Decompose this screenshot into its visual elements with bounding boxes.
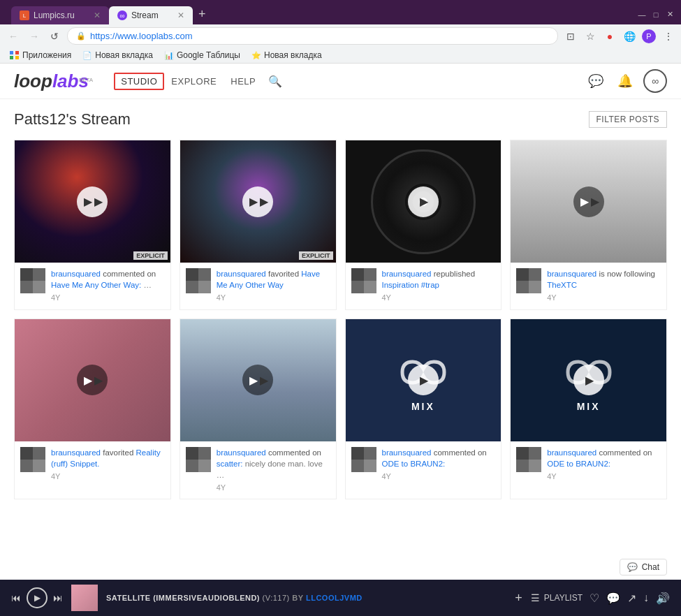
post-card-5[interactable]: ▶ braunsquared favorited Reality (ruff) … — [14, 318, 171, 500]
tabs-bar: L Lumpics.ru ✕ ∞ Stream ✕ + — [6, 4, 634, 24]
nav-search-button[interactable]: 🔍 — [263, 72, 288, 91]
share-icon[interactable]: ↗ — [627, 592, 636, 605]
play-button-7[interactable] — [408, 365, 439, 395]
bookmark-new-tab-2[interactable]: ⭐ Новая вкладка — [247, 49, 326, 61]
player-info: SATELLITE (IMMERSIVEAUDIOBLEND) (v:117) … — [106, 593, 506, 603]
play-button-6[interactable]: ▶ — [242, 365, 273, 395]
play-pause-button[interactable]: ▶ — [27, 587, 47, 608]
play-button-1[interactable]: ▶ — [77, 186, 108, 217]
post-card-1[interactable]: ▶ EXPLICIT braunsquared commented on Hav… — [14, 140, 171, 310]
play-button-4[interactable]: ▶ — [573, 186, 604, 217]
chat-bubble[interactable]: 💬 Chat — [620, 559, 667, 575]
post-text-7: braunsquared commented on ODE to BRAUN2:… — [382, 447, 496, 483]
post-card-8[interactable]: MIX braunsquared commented on ODE to BRA… — [510, 318, 667, 500]
post-info-5: braunsquared favorited Reality (ruff) Sn… — [15, 441, 170, 488]
player-right-controls: ☰ PLAYLIST ♡ 💬 ↗ ↓ 🔊 — [531, 592, 670, 605]
site-header: looplabs BETA STUDIO EXPLORE HELP 🔍 💬 🔔 … — [0, 64, 681, 99]
tab-lumpics-label: Lumpics.ru — [34, 10, 75, 20]
new-tab-button[interactable]: + — [193, 4, 212, 24]
download-icon[interactable]: ↓ — [643, 592, 649, 604]
profile-avatar[interactable]: P — [642, 29, 656, 43]
close-button[interactable]: ✕ — [664, 10, 675, 19]
bookmark-google-sheets[interactable]: 📊 Google Таблицы — [160, 49, 244, 61]
avatar-3 — [351, 268, 376, 293]
avatar-8 — [516, 447, 541, 472]
post-info-1: braunsquared commented on Have Me Any Ot… — [15, 263, 170, 309]
address-input[interactable]: 🔒 https://www.looplabs.com — [67, 27, 558, 45]
post-card-7[interactable]: MIX braunsquared commented on ODE to BRA… — [345, 318, 502, 500]
post-thumb-6: ▶ — [180, 319, 336, 441]
tab-lumpics[interactable]: L Lumpics.ru ✕ — [11, 6, 109, 24]
forward-button[interactable]: → — [27, 29, 42, 43]
post-text-3: braunsquared republished Inspiration #tr… — [382, 268, 496, 304]
minimize-button[interactable]: — — [636, 10, 647, 19]
tab-stream-close[interactable]: ✕ — [177, 10, 184, 20]
post-text-5: braunsquared favorited Reality (ruff) Sn… — [51, 447, 165, 483]
filter-posts-button[interactable]: FILTER POSTS — [589, 111, 667, 128]
post-thumb-3 — [346, 140, 501, 263]
like-icon[interactable]: ♡ — [590, 592, 599, 605]
bookmark-sheets-label: Google Таблицы — [177, 50, 240, 60]
tab-stream[interactable]: ∞ Stream ✕ — [109, 6, 193, 24]
page-content: looplabs BETA STUDIO EXPLORE HELP 🔍 💬 🔔 … — [0, 64, 681, 559]
volume-icon[interactable]: 🔊 — [656, 592, 670, 605]
prev-button[interactable]: ⏮ — [11, 592, 21, 603]
stream-container: Patts12's Stream FILTER POSTS ▶ EXPLICIT… — [0, 99, 681, 511]
play-icon: ▶ — [34, 593, 41, 603]
bookmark-new-tab-2-label: Новая вкладка — [264, 50, 322, 60]
logo-area: looplabs BETA — [14, 71, 100, 92]
maximize-button[interactable]: □ — [650, 10, 661, 19]
messages-icon[interactable]: 💬 — [585, 70, 607, 92]
beta-tag: BETA — [79, 77, 93, 83]
posts-grid: ▶ EXPLICIT braunsquared commented on Hav… — [14, 140, 667, 499]
avatar-6 — [186, 447, 211, 472]
menu-icon[interactable]: ⋮ — [661, 29, 675, 43]
bookmark-new-tab-1[interactable]: 📄 Новая вкладка — [78, 49, 157, 61]
next-button[interactable]: ⏭ — [53, 592, 63, 603]
post-thumb-2: ▶ EXPLICIT — [180, 140, 336, 263]
player-bar: ⏮ ▶ ⏭ SATELLITE (IMMERSIVEAUDIOBLEND) (v… — [0, 580, 681, 616]
post-text-8: braunsquared commented on ODE to BRAUN2:… — [547, 447, 661, 483]
chat-bubble-icon: 💬 — [627, 562, 638, 572]
bookmark-apps[interactable]: Приложения — [6, 49, 75, 61]
play-button-5[interactable]: ▶ — [77, 365, 108, 395]
profile-icon[interactable]: ∞ — [643, 69, 667, 93]
explicit-badge-1: EXPLICIT — [133, 251, 168, 260]
nav-explore[interactable]: EXPLORE — [164, 72, 224, 91]
play-button-3[interactable] — [408, 186, 439, 217]
nav-studio[interactable]: STUDIO — [114, 73, 164, 90]
post-text-2: braunsquared favorited Have Me Any Other… — [217, 268, 330, 304]
post-thumb-1: ▶ EXPLICIT — [15, 140, 170, 263]
bookmark-new-tab-1-label: Новая вкладка — [95, 50, 153, 60]
play-button-2[interactable]: ▶ — [242, 186, 273, 217]
post-card-3[interactable]: braunsquared republished Inspiration #tr… — [345, 140, 502, 310]
stream-header: Patts12's Stream FILTER POSTS — [14, 110, 667, 129]
post-info-3: braunsquared republished Inspiration #tr… — [346, 263, 501, 309]
add-to-playlist-button[interactable]: + — [515, 591, 522, 606]
post-info-7: braunsquared commented on ODE to BRAUN2:… — [346, 441, 501, 488]
post-card-2[interactable]: ▶ EXPLICIT braunsquared favorited Have M… — [180, 140, 337, 310]
window-controls: — □ ✕ — [636, 10, 675, 19]
player-controls: ⏮ ▶ ⏭ — [11, 587, 63, 608]
post-text-4: braunsquared is now following TheXTC4Y — [547, 268, 661, 304]
nav-help[interactable]: HELP — [224, 72, 263, 91]
opera-icon[interactable]: ● — [603, 29, 617, 43]
back-button[interactable]: ← — [6, 29, 21, 43]
playlist-icon: ☰ — [531, 592, 540, 603]
post-thumb-4: ▶ — [511, 140, 666, 263]
post-thumb-8: MIX — [511, 319, 666, 441]
notifications-icon[interactable]: 🔔 — [614, 70, 636, 92]
bookmark-icon[interactable]: ☆ — [583, 29, 597, 43]
comment-icon[interactable]: 💬 — [606, 592, 620, 605]
playlist-button[interactable]: ☰ PLAYLIST — [531, 592, 583, 603]
cast-icon[interactable]: ⊡ — [564, 29, 578, 43]
extensions-icon[interactable]: 🌐 — [622, 29, 636, 43]
post-card-4[interactable]: ▶ braunsquared is now following TheXTC4Y — [510, 140, 667, 310]
post-text-1: braunsquared commented on Have Me Any Ot… — [51, 268, 165, 304]
post-card-6[interactable]: ▶ braunsquared commented on scatter: nic… — [180, 318, 337, 500]
play-button-8[interactable] — [573, 365, 604, 395]
sheets-icon: 📊 — [164, 50, 174, 60]
tab-lumpics-close[interactable]: ✕ — [94, 10, 101, 20]
reload-button[interactable]: ↺ — [47, 29, 61, 43]
lumpics-favicon: L — [20, 10, 29, 20]
